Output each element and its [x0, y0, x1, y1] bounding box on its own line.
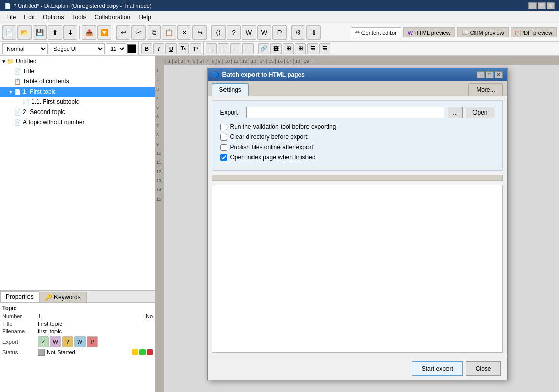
properties-tab-label: Properties: [6, 293, 34, 300]
tree-item-first-subtopic[interactable]: 📄 1.1. First subtopic: [0, 97, 155, 107]
tree-item-first-topic[interactable]: ▼ 📄 1. First topic: [0, 87, 155, 97]
paste-button[interactable]: 📋: [162, 25, 176, 40]
dialog-minimize-button[interactable]: ─: [477, 71, 485, 78]
menu-tools[interactable]: Tools: [68, 11, 90, 23]
cut-button[interactable]: ✂: [131, 25, 146, 40]
tab-properties[interactable]: Properties: [0, 291, 39, 302]
font-select[interactable]: Segoe UI: [49, 43, 105, 54]
toc-icon: 📋: [14, 78, 21, 85]
left-panel: ▼ 📁 Untitled 📄 Title 📋 Table of contents…: [0, 56, 155, 392]
download-button[interactable]: ⬇: [63, 25, 77, 40]
publish-checkbox[interactable]: [220, 144, 227, 151]
tab-chm-preview[interactable]: 📖 CHM preview: [457, 27, 509, 37]
status-dot-yellow[interactable]: [132, 349, 138, 355]
open-button[interactable]: Open: [466, 107, 494, 118]
validate-checkbox[interactable]: [220, 124, 227, 130]
superscript-button[interactable]: T²: [190, 43, 201, 54]
upload-button[interactable]: ⬆: [48, 25, 62, 40]
table-button[interactable]: ⊞: [283, 43, 294, 54]
export-icon-chm[interactable]: ?: [62, 336, 73, 347]
delete-button[interactable]: ✕: [177, 25, 191, 40]
prop-row-number: Number 1. No: [2, 313, 153, 319]
tree-arrow: ▼: [1, 59, 7, 64]
dialog-close-button[interactable]: ✕: [495, 71, 503, 78]
pdf-btn[interactable]: P: [272, 25, 287, 40]
clear-dir-checkbox[interactable]: [220, 134, 227, 141]
start-export-button[interactable]: Start export: [412, 361, 463, 376]
table2-button[interactable]: ⊞: [295, 43, 306, 54]
undo-button[interactable]: ↩: [116, 25, 130, 40]
open-index-label: Open index page when finished: [230, 154, 316, 161]
underline-button[interactable]: U: [165, 43, 177, 54]
menu-options[interactable]: Options: [39, 11, 68, 23]
browse-button[interactable]: ...: [448, 107, 463, 118]
link-button[interactable]: 🔗: [258, 43, 269, 54]
tree-item-toc[interactable]: 📋 Table of contents: [0, 76, 155, 87]
tree-item-untitled[interactable]: ▼ 📁 Untitled: [0, 56, 155, 66]
tree-item-second-topic[interactable]: 📄 2. Second topic: [0, 107, 155, 117]
about-btn[interactable]: ℹ: [306, 25, 321, 40]
prop-row-status: Status Not Started: [2, 349, 153, 356]
tab-keywords[interactable]: 🔑 Keywords: [39, 292, 87, 302]
tree-arrow-first-topic: ▼: [8, 89, 14, 95]
content-editor-icon: ✏: [355, 29, 360, 36]
dialog-footer: Start export Close: [208, 357, 507, 380]
open-index-checkbox[interactable]: [220, 154, 227, 161]
prop-label-title: Title: [2, 321, 38, 327]
dialog-tab-more[interactable]: More...: [468, 83, 502, 96]
save-button[interactable]: 💾: [33, 25, 47, 40]
tree-item-title[interactable]: 📄 Title: [0, 66, 155, 76]
open-button[interactable]: 📂: [17, 25, 32, 40]
status-dot-red[interactable]: [147, 349, 153, 355]
close-button[interactable]: Close: [466, 361, 501, 376]
export-icon-word2[interactable]: W: [74, 336, 86, 347]
italic-button[interactable]: I: [153, 43, 164, 54]
bullet-button[interactable]: ☰: [307, 43, 318, 54]
align-left-button[interactable]: ≡: [206, 43, 217, 54]
export-icon-pdf[interactable]: P: [87, 336, 98, 347]
dialog-tab-settings[interactable]: Settings: [212, 83, 249, 96]
close-button[interactable]: ✕: [547, 2, 555, 9]
number-button[interactable]: ☰: [319, 43, 330, 54]
export-icon-check[interactable]: ✓: [38, 336, 49, 347]
bold-button[interactable]: B: [141, 43, 152, 54]
prop-value-status: Not Started: [47, 349, 75, 355]
settings-tab-label: Settings: [219, 86, 241, 93]
menu-collaboration[interactable]: Collaboration: [90, 11, 134, 23]
redo-button[interactable]: ↪: [192, 25, 207, 40]
copy-button[interactable]: ⧉: [147, 25, 161, 40]
modal-titlebar: 🔵 Batch export to HTML pages ─ □ ✕: [208, 68, 507, 81]
settings-btn[interactable]: ⚙: [291, 25, 305, 40]
tab-pdf-preview[interactable]: P PDF preview: [511, 27, 557, 37]
size-select[interactable]: 12: [106, 43, 126, 54]
export-button[interactable]: 📤: [82, 25, 96, 40]
color-picker[interactable]: [127, 44, 136, 53]
code-button[interactable]: ⟨⟩: [211, 25, 226, 40]
align-right-button[interactable]: ≡: [230, 43, 241, 54]
tree-item-no-number[interactable]: 📄 A topic without number: [0, 117, 155, 127]
subscript-button[interactable]: T₁: [178, 43, 189, 54]
dialog-maximize-button[interactable]: □: [486, 71, 494, 78]
new-button[interactable]: 📄: [2, 25, 16, 40]
tab-content-editor[interactable]: ✏ Content editor: [351, 27, 401, 37]
align-center-button[interactable]: ≡: [218, 43, 229, 54]
image-button[interactable]: 🖼: [270, 43, 282, 54]
props-tabs: Properties 🔑 Keywords: [0, 291, 155, 303]
export-icon-word[interactable]: W: [50, 336, 61, 347]
help-btn[interactable]: ?: [227, 25, 241, 40]
word2-btn[interactable]: W: [257, 25, 271, 40]
maximize-button[interactable]: □: [538, 2, 546, 9]
tree-label-no-number: A topic without number: [23, 119, 85, 126]
minimize-button[interactable]: ─: [528, 2, 537, 9]
export-path-input[interactable]: [246, 107, 445, 118]
word-btn[interactable]: W: [242, 25, 256, 40]
menu-help[interactable]: Help: [134, 11, 155, 23]
menu-edit[interactable]: Edit: [20, 11, 39, 23]
align-justify-button[interactable]: ≡: [242, 43, 254, 54]
menu-file[interactable]: File: [2, 11, 20, 23]
export-icons: ✓ W ? W P: [38, 336, 98, 347]
status-dot-green[interactable]: [139, 349, 146, 355]
import-button[interactable]: 🔽: [97, 25, 111, 40]
tab-html-preview[interactable]: W HTML preview: [403, 27, 455, 37]
style-select[interactable]: Normal: [2, 43, 48, 54]
